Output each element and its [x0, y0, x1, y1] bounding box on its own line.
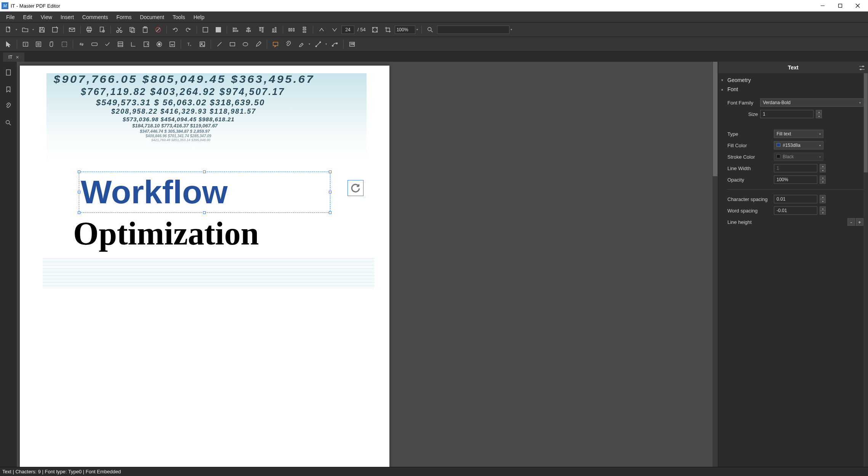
signature-icon[interactable]: [166, 39, 178, 50]
search-input[interactable]: [437, 26, 509, 34]
align-top-icon[interactable]: [255, 24, 267, 35]
minimize-button[interactable]: [814, 0, 831, 11]
maximize-button[interactable]: [831, 0, 849, 11]
align-left-icon[interactable]: [229, 24, 242, 35]
canvas-scrollbar[interactable]: [713, 62, 718, 467]
char-spacing-spinner[interactable]: ▴▾: [820, 195, 826, 203]
fill-color-combo[interactable]: #153d8a▾: [774, 141, 823, 150]
email-icon[interactable]: [66, 24, 78, 35]
line-width-spinner[interactable]: ▴▾: [820, 164, 826, 172]
opacity-input[interactable]: [774, 175, 817, 184]
menu-forms[interactable]: Forms: [112, 13, 135, 22]
select-icon[interactable]: [58, 39, 70, 50]
align-center-icon[interactable]: [242, 24, 255, 35]
measure-dropdown[interactable]: ▾: [324, 39, 328, 50]
page-view[interactable]: $907,766.05 $805,049.45 $363,495.67 $767…: [20, 66, 389, 467]
new-file-icon[interactable]: [2, 24, 14, 35]
path-icon[interactable]: [329, 39, 341, 50]
measure-icon[interactable]: [312, 39, 324, 50]
print-preview-icon[interactable]: [96, 24, 108, 35]
pointer-icon[interactable]: [2, 39, 14, 50]
combobox-icon[interactable]: [140, 39, 152, 50]
highlight-icon[interactable]: [295, 39, 307, 50]
stamp-icon[interactable]: [346, 39, 358, 50]
canvas-area[interactable]: $907,766.05 $805,049.45 $363,495.67 $767…: [17, 62, 718, 467]
size-spinner[interactable]: ▴▾: [816, 110, 822, 118]
form-icon[interactable]: [32, 39, 45, 50]
open-file-dropdown[interactable]: ▾: [31, 24, 35, 35]
print-icon[interactable]: [83, 24, 95, 35]
next-page-icon[interactable]: [328, 24, 341, 35]
save-as-icon[interactable]: [49, 24, 61, 35]
prohibit-icon[interactable]: [152, 24, 164, 35]
close-button[interactable]: [849, 0, 866, 11]
crop-icon[interactable]: [382, 24, 394, 35]
section-geometry[interactable]: ▾Geometry: [721, 76, 863, 85]
size-input[interactable]: [760, 110, 814, 118]
hand-icon[interactable]: [45, 39, 58, 50]
prev-page-icon[interactable]: [315, 24, 328, 35]
selection-box[interactable]: [79, 172, 330, 213]
align-bottom-icon[interactable]: [268, 24, 280, 35]
search-dropdown[interactable]: ▾: [509, 24, 513, 35]
distribute-h-icon[interactable]: [285, 24, 298, 35]
zoom-dropdown[interactable]: ▾: [415, 24, 419, 35]
line-icon[interactable]: [213, 39, 226, 50]
fit-window-icon[interactable]: [199, 24, 211, 35]
link-icon[interactable]: [75, 39, 88, 50]
attachments-icon[interactable]: [4, 101, 13, 111]
line-height-minus[interactable]: -: [847, 218, 855, 226]
comment-icon[interactable]: [269, 39, 282, 50]
bookmarks-icon[interactable]: [4, 85, 13, 94]
headline-optimization[interactable]: Optimization: [73, 214, 259, 252]
highlight-dropdown[interactable]: ▾: [307, 39, 311, 50]
listbox-icon[interactable]: [114, 39, 127, 50]
search-panel-icon[interactable]: [4, 118, 13, 127]
menu-help[interactable]: Help: [190, 13, 208, 22]
insert-image-icon[interactable]: [196, 39, 208, 50]
menu-file[interactable]: File: [2, 13, 19, 22]
cut-icon[interactable]: [113, 24, 125, 35]
word-spacing-spinner[interactable]: ▴▾: [820, 206, 826, 215]
open-file-icon[interactable]: [19, 24, 31, 35]
copy-icon[interactable]: [126, 24, 138, 35]
page-number-input[interactable]: [341, 26, 354, 34]
redo-icon[interactable]: [182, 24, 194, 35]
menu-edit[interactable]: Edit: [19, 13, 36, 22]
panel-scrollbar[interactable]: [863, 73, 868, 467]
ellipse-icon[interactable]: [239, 39, 251, 50]
edit-text-icon[interactable]: T: [19, 39, 32, 50]
document-tab[interactable]: IT ✕: [3, 53, 24, 62]
opacity-spinner[interactable]: ▴▾: [820, 175, 826, 184]
font-family-combo[interactable]: Verdana-Bold▾: [760, 98, 863, 107]
actual-size-icon[interactable]: [369, 24, 381, 35]
paste-icon[interactable]: [139, 24, 151, 35]
corner-icon[interactable]: [127, 39, 139, 50]
search-icon[interactable]: [424, 24, 436, 35]
section-font[interactable]: ▴Font: [721, 85, 863, 94]
line-height-plus[interactable]: +: [856, 218, 863, 226]
word-spacing-input[interactable]: [774, 206, 817, 215]
type-combo[interactable]: Fill text▾: [774, 130, 823, 138]
pencil-icon[interactable]: [252, 39, 264, 50]
rotate-handle-icon[interactable]: [348, 180, 364, 196]
line-width-input[interactable]: [774, 164, 817, 172]
fit-page-icon[interactable]: [212, 24, 224, 35]
distribute-v-icon[interactable]: [298, 24, 311, 35]
menu-insert[interactable]: Insert: [57, 13, 78, 22]
undo-icon[interactable]: [169, 24, 181, 35]
insert-text-icon[interactable]: T+: [183, 39, 195, 50]
rectangle-icon[interactable]: [226, 39, 239, 50]
menu-document[interactable]: Document: [136, 13, 168, 22]
attachment-icon[interactable]: [282, 39, 295, 50]
char-spacing-input[interactable]: [774, 195, 817, 203]
tab-close-icon[interactable]: ✕: [16, 55, 19, 60]
button-icon[interactable]: [88, 39, 101, 50]
menu-tools[interactable]: Tools: [169, 13, 189, 22]
save-icon[interactable]: [36, 24, 48, 35]
panel-settings-icon[interactable]: [858, 64, 866, 72]
new-file-dropdown[interactable]: ▾: [14, 24, 18, 35]
zoom-input[interactable]: [395, 26, 415, 34]
stroke-color-combo[interactable]: Black▾: [774, 153, 823, 161]
page-thumbnails-icon[interactable]: [4, 68, 13, 77]
